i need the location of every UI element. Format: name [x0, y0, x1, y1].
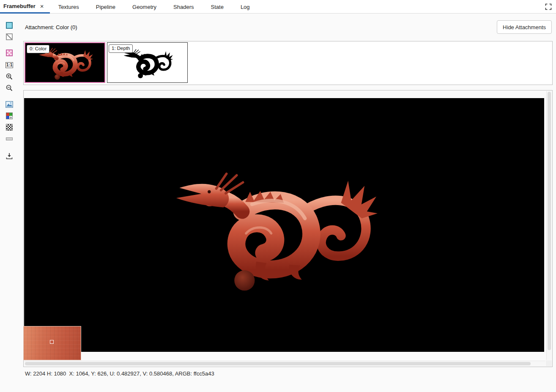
pixel-magnifier	[23, 326, 81, 360]
checkerboard-background-button[interactable]	[4, 122, 14, 132]
tab-state[interactable]: State	[203, 0, 232, 14]
left-toolbar: 1:1 a	[0, 14, 19, 392]
no-color-diagonal-icon	[6, 33, 13, 40]
tab-state-label: State	[211, 4, 224, 10]
solid-color-swatch-icon	[6, 22, 13, 29]
scrollbar-corner	[546, 360, 552, 366]
tab-log[interactable]: Log	[232, 0, 258, 14]
framebuffer-viewport	[23, 90, 553, 367]
attachment-header-label: Attachment: Color (0)	[25, 24, 77, 30]
tab-geometry-label: Geometry	[132, 4, 156, 10]
save-image-button[interactable]	[4, 151, 14, 161]
rgba-channels-icon: a	[6, 112, 13, 119]
tab-textures-label: Textures	[58, 4, 79, 10]
no-color-button[interactable]	[4, 32, 14, 42]
picked-pixel-indicator	[50, 340, 54, 344]
vertical-scrollbar[interactable]	[546, 91, 552, 360]
zoom-in-icon	[5, 73, 13, 80]
fit-image-button[interactable]	[4, 99, 14, 110]
tab-shaders-label: Shaders	[173, 4, 194, 10]
vertical-scrollbar-thumb[interactable]	[548, 92, 551, 350]
zoom-in-button[interactable]	[4, 71, 14, 82]
pink-checker-background-button[interactable]	[4, 48, 14, 58]
pixel-info-statusbar: W: 2204 H: 1080 X: 1064, Y: 626, U: 0.48…	[25, 370, 214, 378]
flat-background-icon	[6, 137, 13, 140]
attachments-panel: 0: Color 1: Depth	[23, 41, 553, 85]
framebuffer-image[interactable]	[24, 98, 544, 352]
tab-log-label: Log	[241, 4, 250, 10]
tab-pipeline[interactable]: Pipeline	[88, 0, 124, 14]
tab-shaders[interactable]: Shaders	[165, 0, 202, 14]
horizontal-scrollbar-thumb[interactable]	[25, 362, 531, 365]
fit-image-icon	[5, 101, 13, 108]
zoom-out-button[interactable]	[4, 83, 14, 93]
checkerboard-background-icon	[6, 124, 13, 131]
tab-geometry[interactable]: Geometry	[124, 0, 165, 14]
save-image-icon	[5, 152, 13, 160]
rgba-channels-button[interactable]: a	[4, 111, 14, 121]
pink-checker-background-icon	[6, 49, 13, 56]
tab-bar: Framebuffer × Textures Pipeline Geometry…	[0, 0, 556, 14]
hide-attachments-button[interactable]: Hide Attachments	[497, 20, 552, 34]
close-icon[interactable]: ×	[39, 3, 45, 9]
tab-framebuffer[interactable]: Framebuffer ×	[0, 0, 50, 14]
tab-framebuffer-label: Framebuffer	[3, 3, 36, 9]
zoom-original-button[interactable]: 1:1	[4, 60, 14, 70]
attachment-thumbnail-color[interactable]: 0: Color	[25, 42, 105, 83]
horizontal-scrollbar[interactable]	[24, 361, 545, 366]
flat-background-button[interactable]	[4, 134, 14, 144]
tab-textures[interactable]: Textures	[50, 0, 88, 14]
zoom-out-icon	[5, 84, 13, 92]
attachment-thumbnail-label: 0: Color	[27, 45, 49, 53]
tab-pipeline-label: Pipeline	[96, 4, 115, 10]
zoom-original-icon: 1:1	[5, 62, 13, 68]
dragon-render	[164, 156, 383, 298]
solid-color-swatch-button[interactable]	[4, 20, 14, 30]
attachment-thumbnail-label: 1: Depth	[109, 44, 133, 53]
fullscreen-icon[interactable]	[544, 3, 553, 11]
attachment-thumbnail-depth[interactable]: 1: Depth	[107, 42, 188, 83]
